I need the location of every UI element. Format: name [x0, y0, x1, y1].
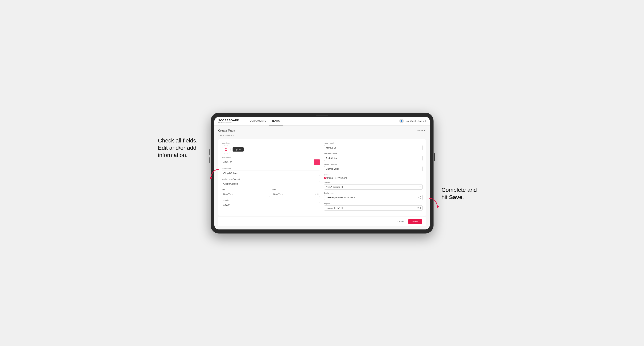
- side-button-1: [210, 149, 210, 155]
- gender-radio-group: Mens Womens: [324, 177, 422, 179]
- save-button[interactable]: Save: [408, 219, 422, 224]
- team-colour-group: Team colour: [222, 157, 320, 165]
- team-name-group: Team name: [222, 168, 320, 176]
- team-name-input[interactable]: [222, 171, 320, 176]
- zip-group: Zip code: [222, 199, 320, 207]
- team-colour-input[interactable]: [222, 160, 314, 165]
- division-select-wrap: ▼: [324, 184, 422, 189]
- division-label: Division: [324, 181, 422, 183]
- head-coach-label: Head Coach: [324, 142, 422, 144]
- page-title: Create Team: [218, 129, 235, 132]
- instruction-right: Complete andhit Save.: [442, 186, 490, 201]
- state-controls: ✕ ▲▼: [315, 193, 319, 196]
- asst-coach-label: Assistant Coach: [324, 153, 422, 155]
- color-swatch[interactable]: [314, 159, 320, 165]
- mens-label: Mens: [327, 177, 333, 179]
- region-controls: ✕ ▲▼: [417, 206, 421, 210]
- display-name-group: Display name (unique): [222, 178, 320, 186]
- display-name-input[interactable]: [222, 181, 320, 186]
- region-input[interactable]: [324, 205, 422, 211]
- team-colour-label: Team colour: [222, 157, 320, 159]
- right-column: Head Coach Assistant Coach Athletic Dire…: [324, 142, 422, 213]
- arrow-left-icon: [207, 167, 223, 184]
- city-state-row: City State ✕ ▲▼: [222, 189, 320, 197]
- athletic-director-label: Athletic Director: [324, 163, 422, 165]
- conference-select-wrap: ✕ ▲▼: [324, 195, 422, 200]
- city-group: City: [222, 189, 270, 197]
- city-input[interactable]: [222, 192, 270, 197]
- state-input[interactable]: [272, 192, 320, 197]
- avatar: 👤: [399, 119, 404, 123]
- conference-label: Conference: [324, 192, 422, 194]
- form-footer: Cancel Save: [218, 217, 426, 226]
- state-group: State ✕ ▲▼: [272, 189, 320, 197]
- team-logo-area: C Upload: [222, 145, 320, 154]
- page-content: Create Team Cancel ✕ TEAM DETAILS: [214, 126, 430, 229]
- division-input[interactable]: [324, 184, 422, 189]
- color-field-wrap: [222, 159, 320, 165]
- brand-logo: SCOREBOARD Powered by clippd: [218, 119, 240, 123]
- brand-sub: Powered by clippd: [218, 122, 240, 123]
- region-arrows-icon[interactable]: ▲▼: [420, 206, 421, 210]
- state-clear-icon[interactable]: ✕: [315, 193, 316, 195]
- gender-group: Gender Mens: [324, 174, 422, 179]
- head-coach-group: Head Coach: [324, 142, 422, 150]
- region-select-wrap: ✕ ▲▼: [324, 205, 422, 211]
- arrow-right-icon: [426, 196, 442, 213]
- navbar: SCOREBOARD Powered by clippd TOURNAMENTS…: [214, 117, 430, 126]
- tab-teams[interactable]: TEAMS: [269, 117, 282, 126]
- section-label: TEAM DETAILS: [218, 135, 426, 137]
- conference-group: Conference ✕ ▲▼: [324, 192, 422, 200]
- womens-radio-icon[interactable]: [335, 177, 338, 179]
- zip-input[interactable]: [222, 202, 320, 207]
- left-column: Team logo C Upload Team colo: [222, 142, 320, 213]
- athletic-director-group: Athletic Director: [324, 163, 422, 172]
- conference-controls: ✕ ▲▼: [417, 196, 421, 199]
- power-button: [434, 153, 435, 161]
- head-coach-input[interactable]: [324, 145, 422, 150]
- region-label: Region: [324, 202, 422, 204]
- sign-out-link[interactable]: Sign out: [418, 120, 426, 122]
- page-header: Create Team Cancel ✕: [218, 129, 426, 132]
- region-group: Region ✕ ▲▼: [324, 202, 422, 211]
- region-clear-icon[interactable]: ✕: [417, 207, 419, 209]
- gender-womens-option[interactable]: Womens: [335, 177, 347, 179]
- nav-right: 👤 Test User | Sign out: [399, 119, 426, 123]
- womens-label: Womens: [338, 177, 347, 179]
- team-logo-group: Team logo C Upload: [222, 142, 320, 154]
- athletic-director-input[interactable]: [324, 166, 422, 172]
- camera-notch: [316, 115, 328, 116]
- state-select-wrap: ✕ ▲▼: [272, 192, 320, 197]
- user-name: Test User |: [405, 120, 416, 122]
- conference-input[interactable]: [324, 195, 422, 200]
- state-label: State: [272, 189, 320, 191]
- upload-button[interactable]: Upload: [232, 147, 244, 152]
- gender-mens-option[interactable]: Mens: [324, 177, 333, 179]
- logo-circle: C: [222, 145, 230, 154]
- brand-name: SCOREBOARD: [218, 119, 240, 122]
- division-group: Division ▼: [324, 181, 422, 189]
- conference-clear-icon[interactable]: ✕: [417, 196, 419, 198]
- cancel-button[interactable]: Cancel: [394, 219, 406, 224]
- mens-radio-icon[interactable]: [324, 177, 326, 179]
- conference-arrows-icon[interactable]: ▲▼: [420, 196, 421, 199]
- side-button-2: [210, 157, 210, 163]
- city-label: City: [222, 189, 270, 191]
- close-icon: ✕: [424, 129, 426, 132]
- team-logo-label: Team logo: [222, 142, 320, 144]
- instruction-left: Check all fields.Edit and/or addinformat…: [158, 137, 207, 159]
- nav-tabs: TOURNAMENTS TEAMS: [245, 117, 282, 126]
- state-arrows-icon[interactable]: ▲▼: [317, 193, 319, 196]
- display-name-label: Display name (unique): [222, 178, 320, 180]
- gender-label: Gender: [324, 174, 422, 176]
- team-name-label: Team name: [222, 168, 320, 170]
- form-two-col: Team logo C Upload Team colo: [222, 142, 422, 213]
- cancel-top-button[interactable]: Cancel ✕: [416, 129, 426, 132]
- form-card: Team logo C Upload Team colo: [218, 139, 426, 216]
- tab-tournaments[interactable]: TOURNAMENTS: [245, 117, 269, 126]
- asst-coach-input[interactable]: [324, 156, 422, 161]
- asst-coach-group: Assistant Coach: [324, 153, 422, 161]
- zip-label: Zip code: [222, 199, 320, 201]
